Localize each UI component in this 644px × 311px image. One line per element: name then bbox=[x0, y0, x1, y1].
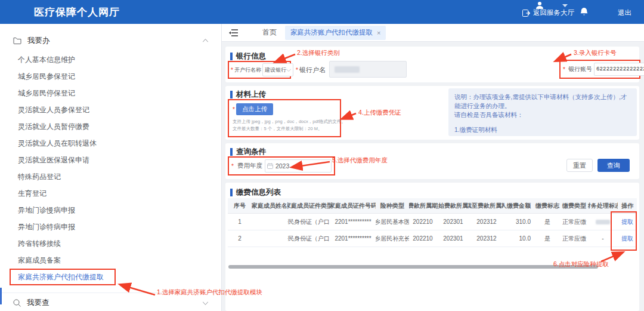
instruction-line-1: 说明：办理该项业务,需提供以下申请材料（支持多次上传）,才能进行业务的办理。 bbox=[454, 93, 631, 110]
top-header: 医疗保障个人网厅 返回服务大厅 退出 bbox=[0, 0, 644, 24]
app-title: 医疗保障个人网厅 bbox=[34, 5, 120, 19]
fee-year-label: 费用年度 bbox=[237, 162, 262, 170]
open-bank-value: 建设银行 bbox=[265, 66, 286, 74]
sidebar-item-flex-pause[interactable]: 灵活就业人员暂停缴费 bbox=[0, 118, 221, 135]
tab-label: 家庭共济账户代扣代缴提取 bbox=[290, 28, 373, 37]
sidebar-item-family-account-withdraw[interactable]: 家庭共济账户代扣代缴提取 bbox=[10, 269, 116, 285]
withdraw-link[interactable]: 提取 bbox=[618, 214, 637, 230]
section-title-bank: 银行信息 bbox=[230, 51, 266, 61]
logout-label: 退出 bbox=[618, 8, 631, 17]
sidebar-item-chronic-disease[interactable]: 异地门诊慢病申报 bbox=[0, 202, 221, 218]
return-hall-label: 返回服务大厅 bbox=[533, 8, 574, 17]
bank-card-input[interactable]: 6222222222222222 bbox=[594, 63, 644, 76]
section-title-table: 缴费信息列表 bbox=[230, 187, 281, 198]
annotation-3: 3.录入银行卡号 bbox=[574, 49, 617, 57]
calendar-icon bbox=[267, 163, 273, 169]
table-row: 1 居民身份证（户口… 2201********** 城乡居民基本医… 2022… bbox=[228, 214, 637, 230]
upload-button[interactable]: 点击上传 bbox=[236, 103, 273, 115]
annotation-6: 6.点击对应险种提取 bbox=[553, 260, 609, 269]
open-bank-select[interactable]: 建设银行 bbox=[262, 63, 293, 76]
open-bank-label: 开户行名称 bbox=[234, 66, 261, 74]
sidebar-item-flex-refund[interactable]: 灵活就业医保退保申请 bbox=[0, 152, 221, 168]
section-marker bbox=[230, 189, 233, 196]
sidebar-item-personal-info[interactable]: 个人基本信息维护 bbox=[0, 51, 221, 68]
notification-bell-icon[interactable] bbox=[580, 7, 589, 17]
material-upload-section: 材料上传 * 点击上传 支持上传 jpeg，jpg，png，doc，docx，p… bbox=[225, 86, 639, 140]
collapse-menu-icon[interactable] bbox=[229, 29, 239, 37]
instruction-panel: 说明：办理该项业务,需提供以下申请材料（支持多次上传）,才能进行业务的办理。 请… bbox=[448, 88, 637, 136]
sidebar-item-resident-stop[interactable]: 城乡居民停保登记 bbox=[0, 85, 221, 101]
sidebar-item-family-record[interactable]: 家庭成员备案 bbox=[0, 252, 221, 269]
redacted-cell bbox=[588, 214, 618, 230]
annotation-1: 1.选择家庭共济账户代扣代缴提取模块 bbox=[157, 288, 262, 297]
bank-holder-field: *银行户名 bbox=[296, 61, 407, 78]
bank-holder-label: 银行户名 bbox=[299, 66, 326, 73]
bank-card-value: 6222222222222222 bbox=[596, 66, 644, 72]
section-title-upload: 材料上传 bbox=[230, 90, 266, 100]
table-header-row: 序号 家庭成员姓名 家庭成员证件类型 家庭成员证件号码 险种类型 费款所属期 起… bbox=[228, 198, 637, 214]
fee-year-field-highlight: * 费用年度 2023 bbox=[228, 156, 335, 175]
open-bank-field-highlight: * 开户行名称 建设银行 bbox=[228, 61, 291, 79]
tab-close-icon[interactable]: × bbox=[377, 29, 380, 36]
chevron-up-icon bbox=[203, 39, 208, 42]
annotation-4: 4.上传缴费凭证 bbox=[358, 109, 401, 117]
sidebar-group-label: 我要办 bbox=[27, 36, 197, 46]
horizontal-scrollbar[interactable] bbox=[228, 265, 598, 269]
breadcrumb-home[interactable]: 首页 bbox=[262, 27, 277, 38]
section-marker bbox=[230, 91, 233, 98]
sidebar-item-transfer[interactable]: 跨省转移接续 bbox=[0, 235, 221, 252]
reset-button[interactable]: 重置 bbox=[566, 159, 593, 172]
payment-table: 序号 家庭成员姓名 家庭成员证件类型 家庭成员证件号码 险种类型 费款所属期 起… bbox=[228, 198, 637, 247]
table-row: 2 居民身份证（户口… 2201********** 城乡居民补充长… 2022… bbox=[228, 230, 637, 247]
fee-year-datepicker[interactable]: 2023 bbox=[265, 159, 332, 173]
bank-holder-input bbox=[329, 61, 407, 78]
payment-list-section: 缴费信息列表 序号 家庭成员姓名 家庭成员证件类型 家庭成员证件号码 险种类型 … bbox=[225, 183, 639, 311]
upload-hint-limits: 文件最大数量：5 个，文件最大限制：20 M。 bbox=[233, 125, 336, 133]
search-button[interactable]: 查询 bbox=[597, 159, 630, 172]
withdraw-link[interactable]: 提取 bbox=[618, 230, 637, 247]
sidebar-item-special-drug[interactable]: 特殊药品登记 bbox=[0, 168, 221, 185]
annotation-5: 5.选择代缴费用年度 bbox=[332, 156, 388, 165]
tab-family-account-withdraw[interactable]: 家庭共济账户代扣代缴提取 × bbox=[285, 26, 386, 40]
sidebar-item-maternity[interactable]: 生育登记 bbox=[0, 185, 221, 202]
upload-hint-formats: 支持上传 jpeg，jpg，png，doc，docx，pdf格式的文件。 bbox=[233, 118, 336, 125]
chevron-down-icon bbox=[286, 69, 291, 72]
instruction-line-3: 1.缴费证明材料 bbox=[454, 125, 631, 134]
fee-year-value: 2023 bbox=[275, 162, 289, 170]
tab-bar: 首页 家庭共济账户代扣代缴提取 × bbox=[222, 24, 644, 42]
user-menu-caret-icon[interactable] bbox=[562, 4, 568, 8]
sidebar-item-flex-retire[interactable]: 灵活就业人员在职转退休 bbox=[0, 135, 221, 152]
upload-area-highlight: * 点击上传 支持上传 jpeg，jpg，png，doc，docx，pdf格式的… bbox=[228, 99, 341, 137]
section-marker bbox=[230, 53, 233, 60]
sidebar-item-flex-enroll[interactable]: 灵活就业人员参保登记 bbox=[0, 101, 221, 118]
active-item-indicator bbox=[0, 288, 2, 304]
bank-card-field-highlight: * 银行账号 6222222222222222 bbox=[559, 60, 640, 79]
section-title-query: 查询条件 bbox=[230, 147, 266, 157]
app-window: 医疗保障个人网厅 返回服务大厅 退出 bbox=[0, 0, 644, 311]
sidebar-item-special-disease[interactable]: 异地门诊特病申报 bbox=[0, 218, 221, 235]
sidebar-group-label: 我要查 bbox=[27, 298, 197, 308]
chevron-down-icon bbox=[203, 301, 208, 305]
return-hall-icon bbox=[522, 10, 530, 17]
annotation-2: 2.选择银行类别 bbox=[297, 49, 340, 57]
logout-button[interactable]: 退出 bbox=[618, 8, 631, 17]
redacted-value bbox=[596, 220, 610, 224]
redacted-value bbox=[335, 66, 360, 73]
query-condition-section: 查询条件 * 费用年度 2023 重置 查询 bbox=[225, 143, 639, 179]
sidebar-nav: 我要办 个人基本信息维护 城乡居民参保登记 城乡居民停保登记 灵活就业人员参保登… bbox=[0, 24, 222, 311]
instruction-line-2: 请自检是否具备该材料： bbox=[454, 110, 631, 119]
section-marker bbox=[230, 148, 233, 156]
sidebar-group-my-tasks[interactable]: 我要办 bbox=[0, 30, 221, 51]
bank-card-label: 银行账号 bbox=[568, 65, 592, 73]
folder-icon bbox=[13, 37, 21, 44]
sidebar-item-resident-enroll[interactable]: 城乡居民参保登记 bbox=[0, 68, 221, 85]
search-icon bbox=[13, 299, 21, 307]
return-hall-button[interactable]: 返回服务大厅 bbox=[522, 8, 574, 17]
